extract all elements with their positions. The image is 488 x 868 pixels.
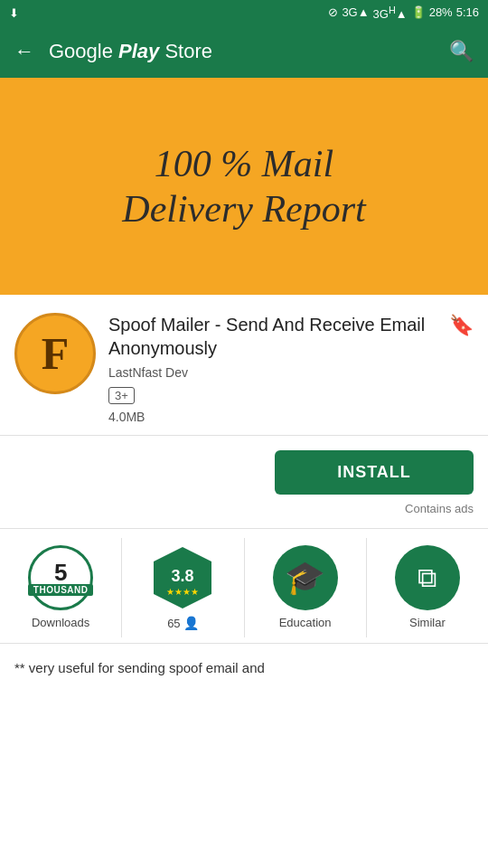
- app-bar-title: Google Play Store: [49, 40, 435, 63]
- app-details: 🔖 Spoof Mailer - Send And Receive Email …: [108, 313, 474, 424]
- app-icon: F: [14, 313, 96, 394]
- rating-count: 65 👤: [167, 616, 198, 630]
- education-badge: 🎓: [273, 545, 338, 610]
- banner-text: 100 % Mail Delivery Report: [122, 141, 365, 232]
- downloads-number: 5: [54, 561, 67, 584]
- status-bar: ⬇ ⊘ 3G▲ 3GH▲ 🔋 28% 5:16: [0, 0, 488, 25]
- banner-line2: Delivery Report: [122, 188, 365, 230]
- signal-3gh: 3GH▲: [373, 5, 408, 21]
- svg-text:★★★★: ★★★★: [166, 587, 199, 597]
- install-section: INSTALL Contains ads: [0, 436, 488, 519]
- stat-education[interactable]: 🎓 Education: [245, 538, 367, 637]
- app-size: 4.0MB: [108, 410, 474, 424]
- similar-badge: ⧉: [395, 545, 460, 610]
- stats-row: 5 THOUSAND Downloads 3.8 ★★★★ 65 👤 🎓 Edu…: [0, 529, 488, 644]
- time: 5:16: [456, 5, 479, 19]
- search-icon[interactable]: 🔍: [449, 40, 474, 63]
- dnd-icon: ⊘: [328, 5, 338, 19]
- banner: 100 % Mail Delivery Report: [0, 78, 488, 295]
- top-bar: ← Google Play Store 🔍: [0, 25, 488, 78]
- similar-label: Similar: [409, 616, 446, 629]
- person-icon: 👤: [183, 616, 199, 630]
- battery-percent: 28%: [429, 5, 453, 19]
- education-label: Education: [279, 616, 332, 629]
- similar-icon: ⧉: [418, 562, 436, 594]
- app-info-section: F 🔖 Spoof Mailer - Send And Receive Emai…: [0, 295, 488, 436]
- status-bar-left: ⬇: [9, 6, 19, 20]
- stat-similar[interactable]: ⧉ Similar: [367, 538, 488, 637]
- description-section: ** very useful for sending spoof email a…: [0, 644, 488, 693]
- download-icon: ⬇: [9, 6, 19, 20]
- app-developer: LastNfast Dev: [108, 365, 474, 380]
- banner-line1: 100 % Mail: [155, 143, 333, 184]
- bookmark-icon[interactable]: 🔖: [449, 313, 474, 339]
- age-rating: 3+: [108, 387, 135, 404]
- stat-rating[interactable]: 3.8 ★★★★ 65 👤: [122, 538, 244, 637]
- back-button[interactable]: ←: [14, 40, 34, 63]
- rating-hexagon: 3.8 ★★★★: [150, 545, 215, 610]
- downloads-unit: THOUSAND: [28, 584, 94, 596]
- description-text: ** very useful for sending spoof email a…: [14, 660, 265, 675]
- graduation-icon: 🎓: [285, 559, 325, 597]
- contains-ads: Contains ads: [405, 502, 474, 515]
- status-bar-right: ⊘ 3G▲ 3GH▲ 🔋 28% 5:16: [328, 5, 479, 21]
- downloads-label: Downloads: [32, 616, 89, 629]
- battery-icon: 🔋: [411, 5, 426, 19]
- install-button[interactable]: INSTALL: [275, 450, 474, 495]
- app-title: 🔖 Spoof Mailer - Send And Receive Email …: [108, 313, 474, 360]
- downloads-badge: 5 THOUSAND: [28, 545, 93, 610]
- stat-downloads[interactable]: 5 THOUSAND Downloads: [0, 538, 122, 637]
- signal-3g: 3G▲: [342, 5, 369, 19]
- svg-text:3.8: 3.8: [172, 567, 194, 585]
- app-icon-letter: F: [42, 327, 70, 380]
